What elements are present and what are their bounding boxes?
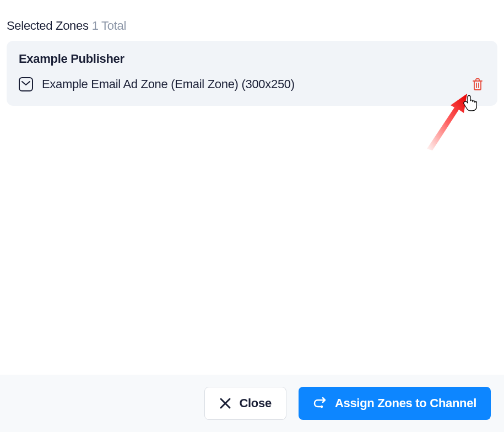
close-icon [219, 397, 231, 409]
header: Selected Zones 1 Total [7, 19, 497, 33]
assign-button-label: Assign Zones to Channel [335, 396, 476, 411]
zone-card: Example Publisher Example Email Ad Zone … [7, 41, 497, 106]
assign-button[interactable]: Assign Zones to Channel [299, 387, 491, 420]
header-title: Selected Zones [7, 19, 89, 33]
svg-point-0 [321, 406, 323, 408]
redo-icon [313, 396, 327, 411]
trash-icon [472, 78, 483, 90]
delete-button[interactable] [470, 76, 485, 93]
email-icon [19, 77, 33, 91]
publisher-name: Example Publisher [19, 52, 485, 66]
main-content: Selected Zones 1 Total Example Publisher… [0, 0, 504, 111]
footer: Close Assign Zones to Channel [0, 375, 504, 432]
header-count: 1 Total [92, 19, 126, 33]
zone-name: Example Email Ad Zone (Email Zone) (300x… [42, 77, 461, 91]
close-button[interactable]: Close [204, 387, 286, 420]
zone-item: Example Email Ad Zone (Email Zone) (300x… [19, 76, 485, 93]
close-button-label: Close [239, 396, 271, 411]
